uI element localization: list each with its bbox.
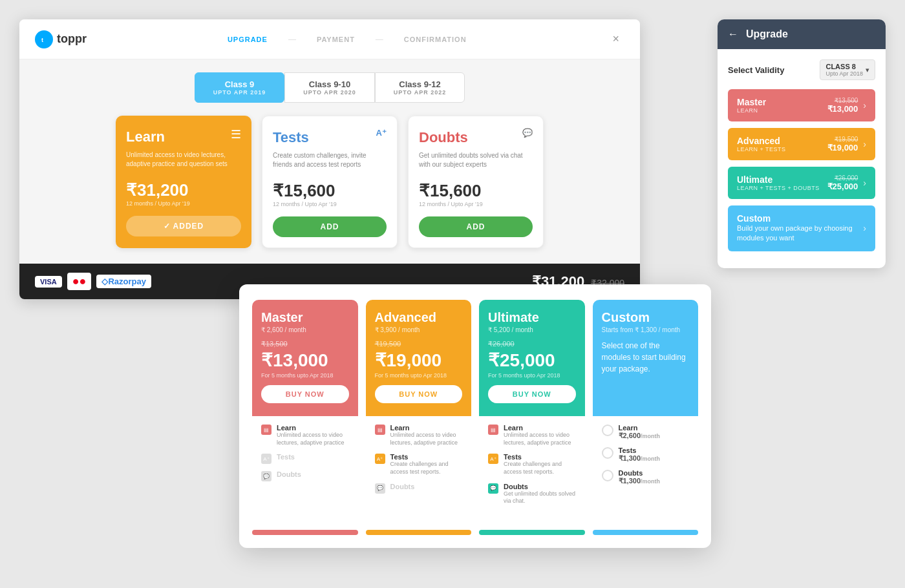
ultimate-duration: For 5 months upto Apr 2018 bbox=[488, 372, 576, 379]
advanced-feature-tests: A⁺ Tests Create challenges and access te… bbox=[375, 453, 463, 476]
ult-learn-desc: Unlimited access to video lectures, adap… bbox=[504, 432, 576, 446]
chevron-right-icon: › bbox=[863, 178, 866, 188]
custom-header: Custom Starts from ₹ 1,300 / month Selec… bbox=[593, 300, 699, 416]
plans-comparison-modal: Master ₹ 2,600 / month ₹13,500 ₹13,000 F… bbox=[239, 284, 711, 548]
learn-add-button[interactable]: ✓ ADDED bbox=[126, 216, 241, 236]
ult-tests-desc: Create challenges and access test report… bbox=[504, 461, 576, 476]
modal-steps: UPGRADE — PAYMENT — CONFIRMATION bbox=[228, 35, 467, 44]
advanced-features: ▤ Learn Unlimited access to video lectur… bbox=[366, 416, 472, 508]
doubts-add-button[interactable]: ADD bbox=[419, 216, 533, 237]
bottom-bars bbox=[252, 530, 698, 535]
rp-plan-advanced[interactable]: Advanced LEARN + TESTS ₹19,500 ₹19,000 › bbox=[728, 128, 875, 160]
advanced-buy-button[interactable]: BUY NOW bbox=[375, 385, 463, 403]
rp-plan-master[interactable]: Master LEARN ₹13,500 ₹13,000 › bbox=[728, 89, 875, 121]
rp-master-price: ₹13,000 bbox=[827, 104, 858, 114]
rp-title: Upgrade bbox=[746, 28, 788, 40]
rp-advanced-price: ₹19,000 bbox=[827, 143, 858, 152]
feature-tests-name: Tests bbox=[277, 453, 295, 461]
master-features: ▤ Learn Unlimited access to video lectur… bbox=[252, 416, 358, 496]
tests-radio[interactable] bbox=[602, 447, 613, 459]
master-buy-button[interactable]: BUY NOW bbox=[261, 385, 349, 403]
plan-col-ultimate: Ultimate ₹ 5,200 / month ₹26,000 ₹25,000… bbox=[479, 300, 585, 520]
learn-period: 12 months / Upto Apr '19 bbox=[126, 200, 241, 207]
adv-tests-name: Tests bbox=[390, 453, 463, 461]
class-tabs: Class 9 UPTO APR 2019 Class 9-10 UPTO AP… bbox=[19, 59, 640, 103]
advanced-header: Advanced ₹ 3,900 / month ₹19,500 ₹19,000… bbox=[366, 300, 472, 416]
adv-learn-desc: Unlimited access to video lectures, adap… bbox=[390, 432, 463, 446]
plan-cards: ☰ Learn Unlimited access to video lectur… bbox=[19, 103, 640, 264]
learn-icon-adv: ▤ bbox=[375, 425, 385, 435]
rp-plan-custom[interactable]: Custom Build your own package by choosin… bbox=[728, 205, 875, 251]
chevron-right-icon: › bbox=[863, 100, 866, 110]
logo-text: toppr bbox=[57, 32, 87, 46]
ultimate-features: ▤ Learn Unlimited access to video lectur… bbox=[479, 416, 585, 520]
rp-ultimate-sub: LEARN + TESTS + DOUBTS bbox=[737, 185, 820, 191]
ultimate-monthly: ₹ 5,200 / month bbox=[488, 326, 576, 333]
tests-price: ₹15,600 bbox=[273, 181, 387, 201]
payment-logos: VISA ●● ◇Razorpay bbox=[35, 273, 151, 290]
rp-custom-desc: Build your own package by choosing modul… bbox=[737, 224, 858, 244]
ultimate-feature-doubts: 💬 Doubts Get unlimited doubts solved via… bbox=[488, 483, 576, 505]
plan-card-doubts: 💬 Doubts Get unlimited doubts solved via… bbox=[408, 116, 544, 248]
validity-select[interactable]: CLASS 8 Upto Apr 2018 ▾ bbox=[820, 59, 875, 80]
adv-doubts-name: Doubts bbox=[390, 483, 415, 490]
advanced-feature-learn: ▤ Learn Unlimited access to video lectur… bbox=[375, 424, 463, 446]
advanced-old-price: ₹19,500 bbox=[375, 340, 463, 348]
ultimate-name: Ultimate bbox=[488, 310, 576, 325]
ult-doubts-desc: Get unlimited doubts solved via chat. bbox=[504, 490, 576, 505]
main-upgrade-modal: t toppr UPGRADE — PAYMENT — CONFIRMATION… bbox=[19, 19, 640, 299]
validity-label: Select Validity bbox=[728, 65, 784, 75]
tests-add-button[interactable]: ADD bbox=[273, 216, 387, 237]
plan-col-master: Master ₹ 2,600 / month ₹13,500 ₹13,000 F… bbox=[252, 300, 358, 520]
doubts-feature-icon-gray: 💬 bbox=[261, 471, 272, 481]
adv-learn-name: Learn bbox=[390, 424, 463, 432]
doubts-icon-ult: 💬 bbox=[488, 483, 498, 494]
master-bar bbox=[252, 530, 358, 535]
tests-icon-adv: A⁺ bbox=[375, 454, 385, 464]
rp-ultimate-name: Ultimate bbox=[737, 174, 820, 185]
rp-master-old: ₹13,500 bbox=[827, 97, 858, 104]
tests-desc: Create custom challenges, invite friends… bbox=[273, 151, 387, 169]
doubts-radio[interactable] bbox=[602, 470, 613, 481]
custom-doubts-price: ₹1,300/month bbox=[619, 477, 661, 485]
step-payment: PAYMENT bbox=[317, 36, 355, 43]
learn-price: ₹31,200 bbox=[126, 180, 241, 200]
rp-advanced-sub: LEARN + TESTS bbox=[737, 146, 786, 152]
custom-tests-name: Tests bbox=[619, 446, 661, 454]
rp-advanced-name: Advanced bbox=[737, 136, 786, 146]
toppr-logo-icon: t bbox=[35, 30, 53, 48]
chevron-right-icon: › bbox=[863, 139, 866, 149]
learn-title: Learn bbox=[126, 129, 241, 145]
custom-tests-price: ₹1,300/month bbox=[619, 454, 661, 463]
rp-back-button[interactable]: ← bbox=[728, 28, 738, 40]
learn-desc: Unlimited access to video lectures, adap… bbox=[126, 151, 241, 169]
tab-class9[interactable]: Class 9 UPTO APR 2019 bbox=[195, 72, 285, 103]
svg-text:t: t bbox=[41, 37, 43, 43]
razorpay-logo: ◇Razorpay bbox=[96, 275, 151, 288]
advanced-duration: For 5 months upto Apr 2018 bbox=[375, 372, 463, 379]
close-button[interactable]: × bbox=[607, 30, 624, 48]
tests-icon: A⁺ bbox=[376, 128, 387, 138]
plans-grid: Master ₹ 2,600 / month ₹13,500 ₹13,000 F… bbox=[252, 300, 698, 520]
rp-plan-ultimate[interactable]: Ultimate LEARN + TESTS + DOUBTS ₹26,000 … bbox=[728, 167, 875, 199]
tab-class9-12[interactable]: Class 9-12 UPTO APR 2022 bbox=[375, 72, 465, 103]
ultimate-buy-button[interactable]: BUY NOW bbox=[488, 385, 576, 403]
ultimate-old-price: ₹26,000 bbox=[488, 340, 576, 348]
ultimate-header: Ultimate ₹ 5,200 / month ₹26,000 ₹25,000… bbox=[479, 300, 585, 416]
doubts-icon: 💬 bbox=[522, 128, 533, 138]
doubts-price: ₹15,600 bbox=[419, 181, 533, 201]
tests-feature-icon-gray: A⁺ bbox=[261, 454, 272, 464]
doubts-period: 12 months / Upto Apr '19 bbox=[419, 201, 533, 207]
mastercard-logo: ●● bbox=[67, 273, 92, 290]
validity-row: Select Validity CLASS 8 Upto Apr 2018 ▾ bbox=[728, 59, 875, 80]
master-old-price: ₹13,500 bbox=[261, 340, 349, 348]
master-duration: For 5 months upto Apr 2018 bbox=[261, 372, 349, 379]
master-feature-doubts: 💬 Doubts bbox=[261, 470, 349, 481]
doubts-icon-adv: 💬 bbox=[375, 483, 385, 494]
learn-radio[interactable] bbox=[602, 425, 613, 436]
custom-doubts-name: Doubts bbox=[619, 469, 661, 477]
advanced-bar bbox=[366, 530, 472, 535]
master-price: ₹13,000 bbox=[261, 350, 349, 371]
plan-col-advanced: Advanced ₹ 3,900 / month ₹19,500 ₹19,000… bbox=[366, 300, 472, 520]
tab-class9-10[interactable]: Class 9-10 UPTO APR 2020 bbox=[284, 72, 375, 103]
